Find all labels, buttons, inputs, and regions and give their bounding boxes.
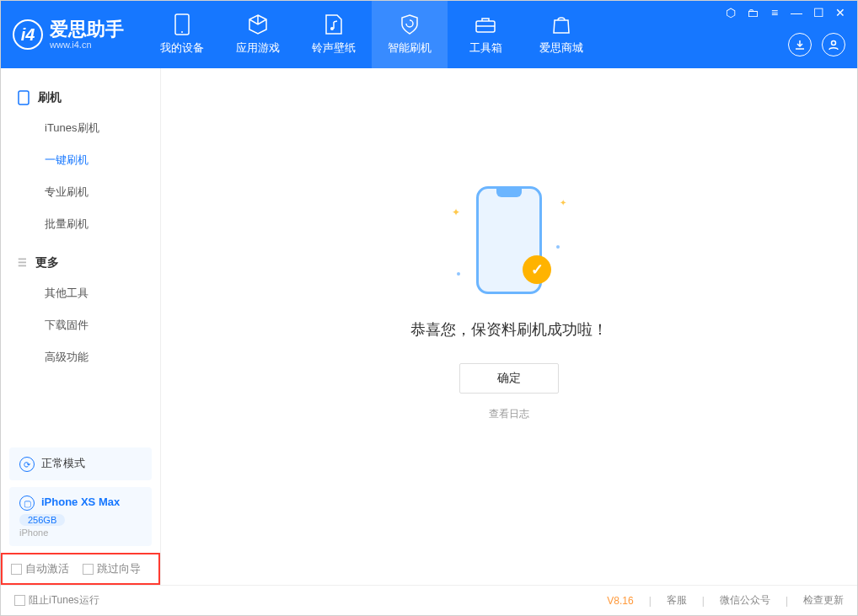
sidebar-item-download-firmware[interactable]: 下载固件: [1, 309, 160, 341]
success-illustration: ✦ ✦ ✓: [442, 181, 576, 299]
sidebar-item-oneclick-flash[interactable]: 一键刷机: [1, 144, 160, 176]
app-header: i4 爱思助手 www.i4.cn 我的设备 应用游戏 铃声壁纸 智能刷机 工具…: [1, 1, 857, 68]
svg-point-1: [181, 31, 183, 33]
checkbox-skip-guide[interactable]: 跳过向导: [83, 561, 141, 576]
window-controls: ⬡ 🗀 ≡ — ☐ ✕: [724, 6, 847, 19]
sidebar-item-pro-flash[interactable]: 专业刷机: [1, 176, 160, 208]
checkbox-block-itunes[interactable]: 阻止iTunes运行: [14, 593, 99, 608]
check-icon: ✓: [523, 255, 551, 284]
sidebar-item-other-tools[interactable]: 其他工具: [1, 277, 160, 309]
version-label: V8.16: [607, 595, 633, 607]
header-right-icons: [788, 33, 845, 56]
device-type: iPhone: [19, 528, 142, 538]
menu-icon[interactable]: ≡: [768, 6, 781, 19]
maximize-button[interactable]: ☐: [812, 6, 825, 19]
mode-card[interactable]: ⟳正常模式: [9, 447, 152, 480]
user-button[interactable]: [822, 33, 845, 56]
dot-icon: [457, 272, 460, 276]
app-name: 爱思助手: [50, 19, 124, 40]
sidebar-item-batch-flash[interactable]: 批量刷机: [1, 208, 160, 240]
sparkle-icon: ✦: [560, 198, 566, 207]
ok-button[interactable]: 确定: [459, 363, 559, 394]
nav-tabs: 我的设备 应用游戏 铃声壁纸 智能刷机 工具箱 爱思商城: [144, 1, 599, 68]
dot-icon: [556, 245, 560, 249]
close-button[interactable]: ✕: [834, 6, 847, 19]
footer-link-wechat[interactable]: 微信公众号: [720, 593, 770, 608]
sidebar-title-more: ☰ 更多: [1, 249, 160, 277]
shield-icon: [399, 13, 421, 35]
app-url: www.i4.cn: [50, 40, 124, 50]
checkbox-auto-activate[interactable]: 自动激活: [11, 561, 69, 576]
tab-my-device[interactable]: 我的设备: [144, 1, 220, 68]
mode-icon: ⟳: [19, 457, 35, 472]
tab-flash[interactable]: 智能刷机: [372, 1, 448, 68]
body: 刷机 iTunes刷机 一键刷机 专业刷机 批量刷机 ☰ 更多 其他工具 下载固…: [1, 68, 857, 585]
sidebar-bottom: ⟳正常模式 ▢iPhone XS Max 256GB iPhone 自动激活 跳…: [1, 447, 160, 585]
logo-icon: i4: [13, 19, 43, 50]
footer: 阻止iTunes运行 V8.16 | 客服 | 微信公众号 | 检查更新: [1, 585, 857, 615]
tab-store[interactable]: 爱思商城: [523, 1, 599, 68]
options-box: 自动激活 跳过向导: [1, 553, 160, 585]
view-log-link[interactable]: 查看日志: [489, 407, 529, 421]
sidebar-group-flash: 刷机 iTunes刷机 一键刷机 专业刷机 批量刷机: [1, 83, 160, 240]
download-button[interactable]: [788, 33, 812, 56]
tab-toolbox[interactable]: 工具箱: [448, 1, 523, 68]
footer-right: V8.16 | 客服 | 微信公众号 | 检查更新: [607, 593, 844, 608]
footer-link-update[interactable]: 检查更新: [803, 593, 844, 608]
success-message: 恭喜您，保资料刷机成功啦！: [410, 319, 608, 340]
minimize-button[interactable]: —: [790, 6, 803, 19]
main-content: ✦ ✦ ✓ 恭喜您，保资料刷机成功啦！ 确定 查看日志: [161, 68, 857, 585]
sidebar-item-advanced[interactable]: 高级功能: [1, 341, 160, 373]
svg-rect-6: [19, 91, 29, 104]
svg-point-2: [330, 27, 334, 30]
footer-left: 阻止iTunes运行: [14, 593, 99, 608]
cube-icon: [247, 13, 269, 35]
tab-ringtones[interactable]: 铃声壁纸: [296, 1, 372, 68]
tab-apps[interactable]: 应用游戏: [220, 1, 296, 68]
storage-badge: 256GB: [19, 514, 65, 526]
list-icon: ☰: [18, 257, 27, 269]
bag-icon: [550, 13, 572, 35]
phone-icon: [18, 90, 29, 105]
svg-point-5: [832, 41, 836, 46]
logo[interactable]: i4 爱思助手 www.i4.cn: [13, 19, 124, 50]
device-icon: [171, 13, 193, 35]
footer-link-support[interactable]: 客服: [667, 593, 687, 608]
toolbox-icon: [475, 13, 496, 35]
device-card-icon: ▢: [19, 495, 35, 511]
shirt-icon[interactable]: ⬡: [724, 6, 737, 19]
music-file-icon: [323, 13, 345, 35]
sidebar-item-itunes-flash[interactable]: iTunes刷机: [1, 112, 160, 144]
sidebar-group-more: ☰ 更多 其他工具 下载固件 高级功能: [1, 249, 160, 373]
device-card[interactable]: ▢iPhone XS Max 256GB iPhone: [9, 487, 152, 546]
sidebar: 刷机 iTunes刷机 一键刷机 专业刷机 批量刷机 ☰ 更多 其他工具 下载固…: [1, 68, 161, 585]
sparkle-icon: ✦: [452, 206, 460, 218]
lock-icon[interactable]: 🗀: [746, 6, 759, 19]
sidebar-title-flash: 刷机: [1, 83, 160, 112]
